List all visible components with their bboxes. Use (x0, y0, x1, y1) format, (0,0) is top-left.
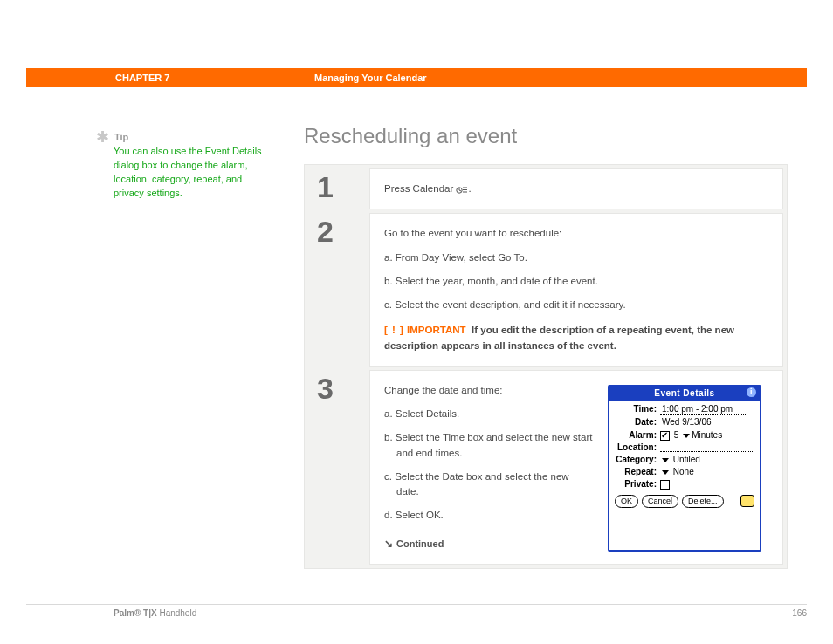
dialog-titlebar: Event Details i (609, 387, 760, 401)
arrow-down-right-icon: ↘ (384, 536, 393, 552)
chapter-title: Managing Your Calendar (288, 72, 427, 83)
step-2b: b. Select the year, month, and date of t… (384, 274, 768, 289)
event-details-dialog: Event Details i Time: 1:00 pm - 2:00 pm (608, 385, 761, 552)
private-label: Private: (615, 479, 660, 490)
date-label: Date: (615, 417, 660, 428)
alarm-unit: Minutes (692, 430, 722, 440)
svg-rect-5 (463, 191, 467, 192)
step-1-text: Press Calendar (384, 183, 456, 194)
step-number: 1 (308, 168, 369, 209)
asterisk-icon: ✱ (96, 131, 109, 143)
step-2-intro: Go to the event you want to reschedule: (384, 226, 768, 241)
step-3b: b. Select the Time box and select the ne… (384, 430, 594, 461)
steps-container: 1 Press Calendar . (304, 164, 788, 569)
page-footer: Palm® T|X Handheld 166 (26, 604, 807, 618)
delete-button[interactable]: Delete... (682, 495, 724, 508)
dropdown-icon[interactable] (662, 470, 669, 475)
repeat-label: Repeat: (615, 467, 660, 477)
step-3d: d. Select OK. (384, 508, 594, 523)
tip-label: Tip (114, 131, 128, 145)
step-2a: a. From Day View, select Go To. (384, 250, 768, 265)
footer-product: Palm® T|X (114, 608, 157, 618)
time-label: Time: (615, 404, 660, 414)
svg-rect-4 (463, 189, 467, 190)
svg-line-2 (459, 190, 461, 191)
footer-suffix: Handheld (157, 608, 197, 618)
step-3-intro: Change the date and time: (384, 383, 594, 398)
repeat-value: None (673, 467, 694, 476)
dialog-title: Event Details (654, 388, 714, 398)
sidebar-tip: ✱ Tip You can also use the Event Details… (96, 131, 262, 201)
category-label: Category: (615, 455, 660, 465)
date-field[interactable]: Wed 9/13/06 (660, 417, 728, 428)
chapter-header: CHAPTER 7 Managing Your Calendar (26, 68, 807, 87)
info-icon[interactable]: i (747, 387, 756, 397)
important-label: IMPORTANT (407, 325, 466, 335)
category-value: Unfiled (673, 455, 700, 464)
step-1: 1 Press Calendar . (308, 168, 783, 209)
private-checkbox[interactable] (660, 480, 670, 490)
alarm-label: Alarm: (615, 430, 660, 441)
step-number: 3 (308, 370, 369, 565)
step-3a: a. Select Details. (384, 407, 594, 421)
chapter-label: CHAPTER 7 (26, 72, 288, 83)
alarm-value: 5 (674, 430, 679, 440)
calendar-icon (456, 184, 468, 195)
continued-indicator: ↘Continued (384, 536, 594, 552)
section-title: Rescheduling an event (304, 124, 788, 148)
ok-button[interactable]: OK (615, 495, 638, 508)
alarm-checkbox[interactable] (660, 431, 670, 441)
time-field[interactable]: 1:00 pm - 2:00 pm (660, 404, 747, 415)
location-field[interactable] (660, 443, 754, 452)
dropdown-icon[interactable] (683, 434, 690, 438)
step-2: 2 Go to the event you want to reschedule… (308, 213, 783, 367)
cancel-button[interactable]: Cancel (642, 495, 678, 508)
step-3: 3 Change the date and time: a. Select De… (308, 370, 783, 565)
continued-label: Continued (396, 538, 444, 549)
step-2c: c. Select the event description, and edi… (384, 298, 768, 312)
step-1-period: . (468, 183, 471, 194)
important-markers: [ ! ] (384, 325, 404, 335)
note-button[interactable] (740, 495, 754, 507)
step-number: 2 (308, 213, 369, 367)
tip-body: You can also use the Event Details dialo… (114, 145, 262, 201)
step-3c: c. Select the Date box and select the ne… (384, 469, 594, 500)
svg-rect-3 (463, 187, 467, 188)
dropdown-icon[interactable] (662, 458, 669, 462)
location-label: Location: (615, 442, 660, 453)
page-number: 166 (792, 608, 807, 618)
